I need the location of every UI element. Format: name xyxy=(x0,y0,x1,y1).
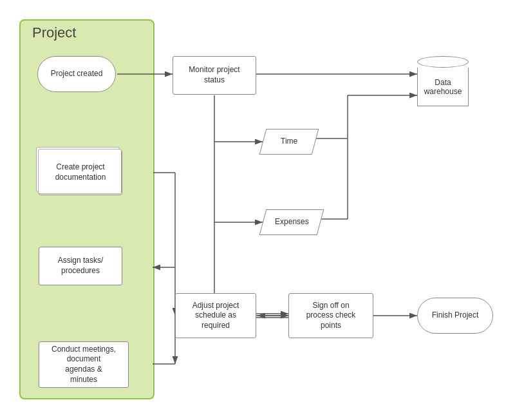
monitor-project-label: Monitor projectstatus xyxy=(189,65,239,85)
cylinder-body: Data warehouse xyxy=(417,68,469,106)
assign-tasks-label: Assign tasks/procedures xyxy=(58,256,104,276)
data-warehouse-label: Data warehouse xyxy=(418,78,468,96)
project-title: Project xyxy=(32,24,76,41)
data-warehouse-shape: Data warehouse xyxy=(417,56,469,106)
expenses-shape: Expenses xyxy=(259,209,324,235)
sign-off-label: Sign off onprocess checkpoints xyxy=(306,301,356,331)
adjust-project-label: Adjust projectschedule asrequired xyxy=(192,301,239,331)
cylinder-top xyxy=(417,56,469,68)
monitor-project-shape: Monitor projectstatus xyxy=(173,56,256,95)
conduct-meetings-label: Conduct meetings,documentagendas &minute… xyxy=(52,345,116,385)
time-label: Time xyxy=(281,137,297,147)
create-doc-label: Create projectdocumentation xyxy=(55,162,106,182)
project-created-label: Project created xyxy=(51,69,103,79)
conduct-meetings-shape: Conduct meetings,documentagendas &minute… xyxy=(39,341,129,388)
expenses-label: Expenses xyxy=(275,217,309,227)
finish-project-label: Finish Project xyxy=(432,310,479,321)
sign-off-shape: Sign off onprocess checkpoints xyxy=(288,293,373,338)
finish-project-shape: Finish Project xyxy=(417,298,493,334)
project-created-shape: Project created xyxy=(37,56,116,92)
adjust-project-shape: Adjust projectschedule asrequired xyxy=(175,293,256,338)
time-shape: Time xyxy=(259,129,319,155)
create-doc-inner: Create projectdocumentation xyxy=(39,151,122,195)
assign-tasks-shape: Assign tasks/procedures xyxy=(39,247,122,285)
canvas: Project xyxy=(0,0,515,420)
create-doc-shape: Create projectdocumentation xyxy=(39,150,122,195)
